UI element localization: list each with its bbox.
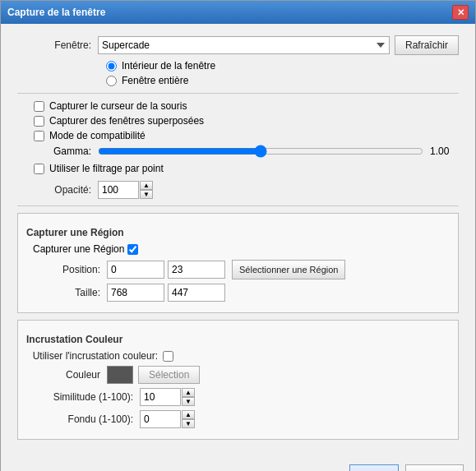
position-label: Position: bbox=[26, 264, 100, 275]
couleur-label: Couleur bbox=[26, 369, 100, 381]
gamma-row: Gamma: 1.00 bbox=[17, 145, 459, 158]
gamma-slider[interactable] bbox=[98, 145, 423, 158]
radio-fenetre[interactable] bbox=[106, 76, 117, 86]
radio-fenetre-label: Fenêtre entière bbox=[122, 75, 188, 86]
divider-2 bbox=[17, 205, 459, 206]
radio-interieur[interactable] bbox=[106, 61, 117, 72]
fondu-spinner: ▲ ▼ bbox=[140, 410, 195, 428]
cb-superposees-row: Capturer des fenêtres superposées bbox=[34, 115, 459, 127]
opacite-label: Opacité: bbox=[17, 184, 91, 196]
window-title: Capture de la fenêtre bbox=[7, 7, 105, 18]
incrustation-section-title: Incrustation Couleur bbox=[26, 334, 450, 345]
select-region-button[interactable]: Sélectionner une Région bbox=[232, 260, 345, 279]
similitude-input[interactable] bbox=[140, 388, 181, 406]
incrustation-section: Incrustation Couleur Utiliser l'incrusta… bbox=[17, 320, 459, 440]
cb-superposees-label: Capturer des fenêtres superposées bbox=[49, 115, 204, 127]
taille-h-input[interactable] bbox=[168, 284, 225, 302]
cb-superposees[interactable] bbox=[34, 116, 44, 127]
cb-compatibilite[interactable] bbox=[34, 131, 44, 141]
main-window: Capture de la fenêtre ✕ Fenêtre: Superca… bbox=[0, 0, 476, 471]
fondu-label: Fondu (1-100): bbox=[26, 413, 133, 425]
close-button[interactable]: ✕ bbox=[452, 5, 469, 20]
similitude-spinner: ▲ ▼ bbox=[140, 388, 195, 406]
opacite-spinner-btns: ▲ ▼ bbox=[140, 181, 153, 199]
opacite-down[interactable]: ▼ bbox=[140, 190, 153, 199]
couleur-row: Couleur Sélection bbox=[26, 366, 450, 384]
cb-curseur[interactable] bbox=[34, 101, 44, 112]
opacite-up[interactable]: ▲ bbox=[140, 181, 153, 190]
similitude-up[interactable]: ▲ bbox=[182, 388, 195, 397]
cancel-button[interactable]: Annuler bbox=[405, 464, 464, 471]
cb-incrustation[interactable] bbox=[163, 351, 173, 362]
fenetre-label: Fenêtre: bbox=[17, 39, 91, 51]
title-bar: Capture de la fenêtre ✕ bbox=[1, 1, 475, 24]
region-section: Capturer une Région Capturer une Région … bbox=[17, 213, 459, 313]
cb-curseur-label: Capturer le curseur de la souris bbox=[49, 100, 187, 112]
similitude-spinner-btns: ▲ ▼ bbox=[182, 388, 195, 406]
position-x-input[interactable] bbox=[107, 261, 164, 279]
color-picker-box[interactable] bbox=[107, 366, 133, 384]
cb-filtrage[interactable] bbox=[34, 164, 44, 174]
fondu-down[interactable]: ▼ bbox=[182, 419, 195, 428]
cb-curseur-row: Capturer le curseur de la souris bbox=[34, 100, 459, 112]
fondu-spinner-btns: ▲ ▼ bbox=[182, 410, 195, 428]
cb-compatibilite-row: Mode de compatibilité bbox=[34, 130, 459, 141]
taille-row: Taille: bbox=[26, 284, 450, 302]
radio-fenetre-row: Fenêtre entière bbox=[106, 75, 459, 86]
similitude-down[interactable]: ▼ bbox=[182, 397, 195, 406]
title-bar-left: Capture de la fenêtre bbox=[7, 7, 105, 18]
gamma-value: 1.00 bbox=[430, 145, 459, 157]
divider-1 bbox=[17, 93, 459, 94]
region-section-title: Capturer une Région bbox=[26, 227, 450, 238]
fenetre-select[interactable]: Supercade bbox=[98, 36, 390, 54]
taille-w-input[interactable] bbox=[107, 284, 164, 302]
fenetre-row: Fenêtre: Supercade Rafraîchir bbox=[17, 35, 459, 55]
fondu-up[interactable]: ▲ bbox=[182, 410, 195, 419]
capture-mode-group: Intérieur de la fenêtre Fenêtre entière bbox=[106, 60, 459, 86]
filtrage-label: Utiliser le filtrage par point bbox=[49, 163, 164, 174]
ok-button[interactable]: OK bbox=[349, 464, 399, 471]
utiliser-incrustation-row: Utiliser l'incrustation couleur: bbox=[26, 350, 450, 362]
position-y-input[interactable] bbox=[168, 261, 225, 279]
position-row: Position: Sélectionner une Région bbox=[26, 260, 450, 279]
cb-region-row: Capturer une Région bbox=[33, 243, 450, 255]
radio-interieur-label: Intérieur de la fenêtre bbox=[122, 60, 215, 72]
opacite-input[interactable] bbox=[98, 181, 139, 199]
selection-button[interactable]: Sélection bbox=[138, 366, 200, 384]
opacite-row: Opacité: ▲ ▼ bbox=[17, 181, 459, 199]
utiliser-incrustation-label: Utiliser l'incrustation couleur: bbox=[26, 350, 158, 362]
cb-compatibilite-label: Mode de compatibilité bbox=[49, 130, 146, 141]
dialog-content: Fenêtre: Supercade Rafraîchir Intérieur … bbox=[1, 24, 475, 458]
opacite-spinner: ▲ ▼ bbox=[98, 181, 153, 199]
similitude-row: Similitude (1-100): ▲ ▼ bbox=[26, 388, 450, 406]
refresh-button[interactable]: Rafraîchir bbox=[395, 35, 459, 55]
cb-region[interactable] bbox=[127, 244, 138, 255]
taille-label: Taille: bbox=[26, 287, 100, 298]
filtrage-row: Utiliser le filtrage par point bbox=[34, 163, 459, 174]
cb-region-label: Capturer une Région bbox=[33, 243, 124, 255]
similitude-label: Similitude (1-100): bbox=[26, 391, 133, 403]
fondu-row: Fondu (1-100): ▲ ▼ bbox=[26, 410, 450, 428]
dialog-footer: OK Annuler bbox=[1, 458, 475, 471]
radio-interieur-row: Intérieur de la fenêtre bbox=[106, 60, 459, 72]
gamma-label: Gamma: bbox=[17, 145, 91, 157]
fondu-input[interactable] bbox=[140, 410, 181, 428]
